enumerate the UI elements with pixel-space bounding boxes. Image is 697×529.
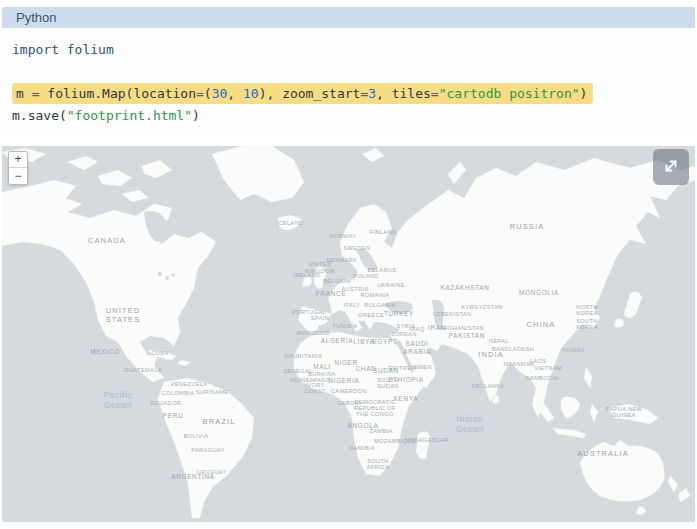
map-label: KENYA (394, 395, 419, 402)
code-token (59, 42, 67, 57)
map-label: THE CONGO (356, 411, 394, 417)
map-label: SWEDEN (344, 245, 371, 251)
map-label: KAZAKHSTAN (440, 284, 489, 291)
code-line: m.save("footprint.html") (12, 105, 685, 127)
map-label: MALI (313, 363, 331, 370)
map-label: BOLIVIA (184, 433, 209, 439)
map-label: NEPAL (489, 338, 509, 344)
highlighted-code: m = folium.Map(location=(30, 10), zoom_s… (12, 83, 593, 104)
code-token: 30 (212, 86, 228, 101)
map-label: ALGERIA (321, 337, 354, 344)
world-map[interactable]: CANADAUNITEDSTATESMEXICOCUBAGUATEMALAVEN… (2, 146, 695, 522)
map-label: ROMANIA (361, 292, 390, 298)
map-label: STATES (106, 315, 141, 324)
map-label: CAMEROON (331, 388, 367, 394)
map-label: NORWAY (330, 233, 357, 239)
map-label: NAMIBIA (349, 445, 375, 451)
map-label: VIETNAM (534, 365, 562, 371)
map-label: SRI LANKA (472, 383, 505, 389)
map-label: BULGARIA (364, 302, 396, 308)
map-label: JORDAN (391, 331, 416, 337)
map-label: RUSSIA (510, 222, 545, 231)
map-label: COLOMBIA (162, 390, 195, 396)
map-label: SUDAN (377, 383, 399, 389)
map-label: Pacific (103, 390, 132, 400)
map-label: UZBEKISTAN (433, 311, 472, 317)
map-label: NIGER (334, 359, 358, 366)
map-label: MADAGASCAR (405, 437, 449, 443)
code-token: folium (67, 42, 114, 57)
fullscreen-button[interactable] (653, 149, 689, 185)
map-label: GREECE (358, 312, 384, 318)
code-token: m.save( (12, 108, 67, 123)
map-label: UNITED (308, 261, 331, 267)
map-label: CUBA (151, 350, 168, 356)
expand-arrows-icon (661, 156, 681, 179)
map-label: UKRAINE (377, 282, 405, 288)
map-label: ECUADOR (151, 400, 182, 406)
code-panel-header: Python (2, 7, 695, 28)
map-label: CAMBODIA (525, 375, 558, 381)
map-label: PAKISTAN (449, 332, 485, 339)
map-label: KYRGYZSTAN (461, 304, 503, 310)
map-label: ARGENTINA (171, 473, 215, 480)
map-label: YEMEN (410, 364, 432, 370)
code-token: = (431, 86, 439, 101)
map-label: MONGOLIA (519, 289, 559, 296)
map-label: KOREA (576, 310, 598, 316)
map-label: ZAMBIA (369, 428, 392, 434)
code-line: import folium (12, 39, 685, 61)
map-label: CHINA (527, 320, 556, 329)
code-token: folium.Map(location (39, 86, 196, 101)
code-token: ( (204, 86, 212, 101)
map-label: AFRICA (367, 464, 390, 470)
map-label: MAURITANIA (284, 353, 322, 359)
map-label: GUINEA (612, 412, 636, 418)
zoom-control: + − (8, 151, 28, 185)
code-token: 10 (243, 86, 259, 101)
map-label: MEXICO (90, 348, 119, 355)
map-label: TURKEY (384, 310, 414, 317)
code-line: m = folium.Map(location=(30, 10), zoom_s… (12, 83, 685, 105)
map-label: FINLAND (370, 229, 397, 235)
map-label: TAIWAN (561, 347, 585, 353)
map-label: EGYPT (372, 338, 397, 345)
page: Python import folium m = folium.Map(loca… (0, 0, 697, 522)
code-token: , (227, 86, 243, 101)
map-label: MOROCCO (297, 330, 330, 336)
map-label: ARABIA (403, 348, 431, 355)
map-label: BELGIUM (323, 278, 351, 284)
map-canvas[interactable]: CANADAUNITEDSTATESMEXICOCUBAGUATEMALAVEN… (2, 146, 695, 522)
zoom-in-button[interactable]: + (9, 152, 27, 168)
map-label: Ocean (104, 400, 132, 410)
code-token: ) (580, 86, 588, 101)
code-line (12, 61, 685, 83)
code-block: import folium m = folium.Map(location=(3… (2, 28, 695, 138)
map-label: KOREA (576, 324, 598, 330)
code-token: ), zoom_start (259, 86, 361, 101)
map-label: SURINAME (196, 389, 229, 395)
map-label: COAST (304, 388, 325, 394)
map-label: ITALY (344, 302, 361, 308)
code-token: , tiles (376, 86, 431, 101)
code-token: "cartodb positron" (439, 86, 580, 101)
map-label: NIGERIA (328, 377, 359, 384)
map-label: CANADA (88, 236, 126, 245)
map-label: INDIA (478, 350, 504, 359)
map-label: POLAND (353, 273, 378, 279)
code-token: "footprint.html" (67, 108, 192, 123)
language-tab-label: Python (16, 10, 56, 25)
map-label: LAOS (530, 358, 547, 364)
map-label: TUNISIA (333, 323, 358, 329)
map-label: UNITED (106, 306, 141, 315)
map-label: AFGHANISTAN (440, 325, 484, 331)
map-label: BRAZIL (203, 417, 236, 426)
map-label: AUSTRALIA (577, 449, 629, 458)
map-label: Ocean (456, 424, 484, 434)
zoom-out-button[interactable]: − (9, 168, 27, 184)
map-label: GUATEMALA (124, 367, 162, 373)
map-label: ETHIOPIA (388, 376, 423, 383)
map-label: PARAGUAY (191, 447, 224, 453)
code-token: = (196, 86, 204, 101)
map-label: Indian (457, 414, 484, 424)
